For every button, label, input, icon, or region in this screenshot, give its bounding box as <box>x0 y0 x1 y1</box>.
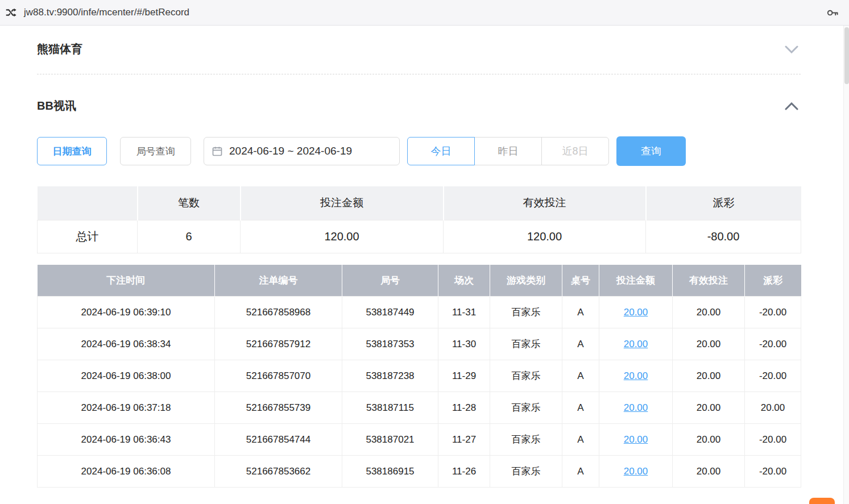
column-header: 桌号 <box>562 265 599 297</box>
section-panda-sports: 熊猫体育 <box>37 26 801 74</box>
bet-time-cell: 2024-06-19 06:38:00 <box>38 360 215 392</box>
summary-total-label: 总计 <box>38 220 138 253</box>
valid-bet-cell: 20.00 <box>673 360 745 392</box>
chat-widget[interactable] <box>809 498 835 504</box>
table-header-row: 下注时间注单编号局号场次游戏类别桌号投注金额有效投注派彩 <box>38 265 801 297</box>
bet-amount-link[interactable]: 20.00 <box>624 307 648 318</box>
column-header: 投注金额 <box>599 265 673 297</box>
order-id-cell: 521667855739 <box>215 392 342 424</box>
bet-time-cell: 2024-06-19 06:37:18 <box>38 392 215 424</box>
bet-record-page: 熊猫体育 BB视讯 日期查询 局号查询 2024-06-19 ~ 2024-06… <box>37 26 801 488</box>
valid-bet-cell: 20.00 <box>673 392 745 424</box>
today-button[interactable]: 今日 <box>407 137 475 165</box>
bet-amount-cell[interactable]: 20.00 <box>599 328 673 360</box>
round-id-cell: 538187353 <box>342 328 438 360</box>
bet-amount-cell[interactable]: 20.00 <box>599 392 673 424</box>
summary-table: 笔数 投注金额 有效投注 派彩 总计 6 120.00 120.00 -80.0… <box>37 186 801 253</box>
filter-bar: 日期查询 局号查询 2024-06-19 ~ 2024-06-19 今日 昨日 … <box>37 136 801 166</box>
date-query-tab[interactable]: 日期查询 <box>37 137 107 165</box>
table-no-cell: A <box>562 297 599 328</box>
bet-amount-cell[interactable]: 20.00 <box>599 424 673 456</box>
bet-amount-link[interactable]: 20.00 <box>624 434 648 445</box>
bet-amount-link[interactable]: 20.00 <box>624 370 648 381</box>
table-row: 2024-06-19 06:36:08521667853662538186915… <box>38 456 801 488</box>
round-id-cell: 538187449 <box>342 297 438 328</box>
column-header: 派彩 <box>745 265 801 297</box>
key-icon[interactable] <box>826 6 839 19</box>
round-query-tab[interactable]: 局号查询 <box>120 137 191 165</box>
last-8-days-button[interactable]: 近8日 <box>541 137 609 165</box>
round-id-cell: 538187115 <box>342 392 438 424</box>
order-id-cell: 521667858968 <box>215 297 342 328</box>
section-title-panda: 熊猫体育 <box>37 41 82 57</box>
quick-date-group: 今日 昨日 近8日 <box>407 137 609 165</box>
summary-total-bet-amount: 120.00 <box>241 220 444 253</box>
calendar-icon <box>212 145 223 157</box>
bet-amount-cell[interactable]: 20.00 <box>599 456 673 488</box>
game-type-cell: 百家乐 <box>490 392 562 424</box>
payout-cell: -20.00 <box>745 360 801 392</box>
summary-header-bet-amount: 投注金额 <box>241 186 444 220</box>
payout-cell: -20.00 <box>745 297 801 328</box>
column-header: 有效投注 <box>673 265 745 297</box>
bet-time-cell: 2024-06-19 06:39:10 <box>38 297 215 328</box>
summary-total-payout: -80.00 <box>646 220 801 253</box>
game-type-cell: 百家乐 <box>490 297 562 328</box>
session-cell: 11-30 <box>438 328 490 360</box>
column-header: 局号 <box>342 265 438 297</box>
summary-total-row: 总计 6 120.00 120.00 -80.00 <box>38 220 801 253</box>
table-no-cell: A <box>562 392 599 424</box>
order-id-cell: 521667857912 <box>215 328 342 360</box>
bet-amount-link[interactable]: 20.00 <box>624 466 648 477</box>
summary-header-valid-bet: 有效投注 <box>444 186 646 220</box>
valid-bet-cell: 20.00 <box>673 297 745 328</box>
chevron-up-icon[interactable] <box>785 102 798 110</box>
section-bb-video: BB视讯 日期查询 局号查询 2024-06-19 ~ 2024-06-19 今… <box>37 74 801 488</box>
bet-amount-cell[interactable]: 20.00 <box>599 297 673 328</box>
section-title-bb: BB视讯 <box>37 98 76 114</box>
bet-time-cell: 2024-06-19 06:36:43 <box>38 424 215 456</box>
table-no-cell: A <box>562 456 599 488</box>
bet-records-table: 下注时间注单编号局号场次游戏类别桌号投注金额有效投注派彩 2024-06-19 … <box>37 265 801 488</box>
bet-amount-cell[interactable]: 20.00 <box>599 360 673 392</box>
table-row: 2024-06-19 06:38:00521667857070538187238… <box>38 360 801 392</box>
payout-cell: -20.00 <box>745 456 801 488</box>
scrollbar[interactable] <box>843 26 849 504</box>
game-type-cell: 百家乐 <box>490 360 562 392</box>
summary-header-blank <box>38 186 138 220</box>
table-no-cell: A <box>562 328 599 360</box>
url-text[interactable]: jw88.tv:9900/infe/mcenter/#/betRecord <box>24 7 826 18</box>
bet-time-cell: 2024-06-19 06:36:08 <box>38 456 215 488</box>
bet-time-cell: 2024-06-19 06:38:34 <box>38 328 215 360</box>
browser-address-bar[interactable]: jw88.tv:9900/infe/mcenter/#/betRecord <box>0 0 849 26</box>
session-cell: 11-26 <box>438 456 490 488</box>
table-row: 2024-06-19 06:38:34521667857912538187353… <box>38 328 801 360</box>
bet-amount-link[interactable]: 20.00 <box>624 402 648 413</box>
session-cell: 11-28 <box>438 392 490 424</box>
bet-amount-link[interactable]: 20.00 <box>624 339 648 349</box>
scrollbar-thumb[interactable] <box>844 27 849 84</box>
summary-total-valid-bet: 120.00 <box>444 220 646 253</box>
search-button[interactable]: 查询 <box>616 136 686 166</box>
shuffle-site-icon <box>5 6 17 19</box>
column-header: 游戏类别 <box>490 265 562 297</box>
order-id-cell: 521667853662 <box>215 456 342 488</box>
round-id-cell: 538187021 <box>342 424 438 456</box>
valid-bet-cell: 20.00 <box>673 456 745 488</box>
summary-header-payout: 派彩 <box>646 186 801 220</box>
session-cell: 11-31 <box>438 297 490 328</box>
order-id-cell: 521667854744 <box>215 424 342 456</box>
summary-header-count: 笔数 <box>138 186 241 220</box>
summary-total-count: 6 <box>138 220 241 253</box>
table-no-cell: A <box>562 360 599 392</box>
valid-bet-cell: 20.00 <box>673 328 745 360</box>
summary-header-row: 笔数 投注金额 有效投注 派彩 <box>38 186 801 220</box>
session-cell: 11-29 <box>438 360 490 392</box>
bb-section-header: BB视讯 <box>37 74 801 114</box>
session-cell: 11-27 <box>438 424 490 456</box>
date-range-input[interactable]: 2024-06-19 ~ 2024-06-19 <box>204 137 400 165</box>
yesterday-button[interactable]: 昨日 <box>474 137 542 165</box>
table-no-cell: A <box>562 424 599 456</box>
chevron-down-icon[interactable] <box>785 45 798 53</box>
table-row: 2024-06-19 06:39:10521667858968538187449… <box>38 297 801 328</box>
